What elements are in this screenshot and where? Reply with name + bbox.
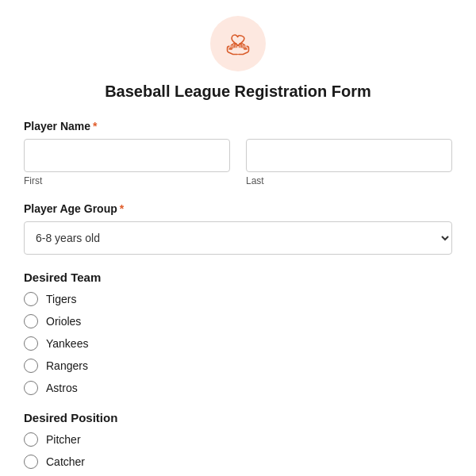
team-orioles-radio[interactable] bbox=[24, 314, 38, 328]
team-rangers[interactable]: Rangers bbox=[24, 359, 452, 373]
player-name-label: Player Name* bbox=[24, 120, 452, 132]
page-container: Baseball League Registration Form Player… bbox=[0, 0, 476, 476]
player-name-section: Player Name* First Last bbox=[24, 120, 452, 186]
position-pitcher-radio[interactable] bbox=[24, 432, 38, 447]
name-row: First Last bbox=[24, 139, 452, 186]
first-name-sub-label: First bbox=[24, 175, 230, 186]
last-name-input[interactable] bbox=[246, 139, 452, 172]
first-name-input[interactable] bbox=[24, 139, 230, 172]
hands-heart-icon bbox=[223, 29, 253, 59]
team-rangers-radio[interactable] bbox=[24, 359, 38, 373]
team-orioles[interactable]: Orioles bbox=[24, 314, 452, 328]
team-tigers-radio[interactable] bbox=[24, 292, 38, 306]
desired-position-label: Desired Position bbox=[24, 411, 452, 424]
required-star: * bbox=[93, 120, 97, 132]
team-tigers[interactable]: Tigers bbox=[24, 292, 452, 306]
team-yankees-label: Yankees bbox=[46, 337, 88, 350]
team-astros-radio[interactable] bbox=[24, 381, 38, 395]
age-group-select[interactable]: 6-8 years old 9-11 years old 12-14 years… bbox=[24, 221, 452, 255]
age-required-star: * bbox=[120, 202, 124, 215]
desired-team-label: Desired Team bbox=[24, 271, 452, 284]
team-astros[interactable]: Astros bbox=[24, 381, 452, 395]
last-name-field: Last bbox=[246, 139, 452, 186]
form-title: Baseball League Registration Form bbox=[105, 83, 371, 101]
desired-team-section: Desired Team Tigers Orioles Yankees Rang… bbox=[24, 271, 452, 395]
player-age-label: Player Age Group* bbox=[24, 202, 452, 215]
team-orioles-label: Orioles bbox=[46, 315, 81, 328]
first-name-field: First bbox=[24, 139, 230, 186]
position-pitcher-label: Pitcher bbox=[46, 433, 81, 446]
header-icon-circle bbox=[210, 16, 266, 71]
position-pitcher[interactable]: Pitcher bbox=[24, 432, 452, 447]
team-astros-label: Astros bbox=[46, 382, 78, 394]
team-tigers-label: Tigers bbox=[46, 293, 76, 305]
position-catcher-radio[interactable] bbox=[24, 455, 38, 469]
desired-position-section: Desired Position Pitcher Catcher Outfiel… bbox=[24, 411, 452, 476]
player-age-section: Player Age Group* 6-8 years old 9-11 yea… bbox=[24, 202, 452, 255]
last-name-sub-label: Last bbox=[246, 175, 452, 186]
team-radio-group: Tigers Orioles Yankees Rangers Astros bbox=[24, 292, 452, 395]
team-yankees-radio[interactable] bbox=[24, 336, 38, 351]
team-rangers-label: Rangers bbox=[46, 359, 88, 372]
position-catcher-label: Catcher bbox=[46, 455, 85, 468]
form-header: Baseball League Registration Form bbox=[24, 16, 452, 101]
team-yankees[interactable]: Yankees bbox=[24, 336, 452, 351]
position-catcher[interactable]: Catcher bbox=[24, 455, 452, 469]
position-radio-group: Pitcher Catcher Outfield bbox=[24, 432, 452, 476]
